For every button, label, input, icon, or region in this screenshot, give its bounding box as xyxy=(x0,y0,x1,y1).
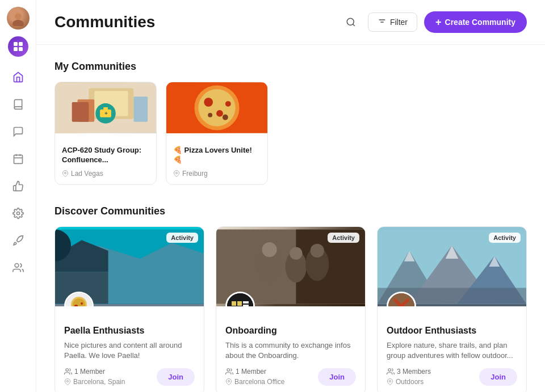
svg-text:+: + xyxy=(104,110,108,116)
paella-activity-badge: Activity xyxy=(166,233,198,243)
paella-card-title: Paella Enthusiasts xyxy=(64,326,195,336)
outdoor-card-footer: 3 Members Outdoors Joi xyxy=(387,368,517,386)
sidebar-item-home[interactable] xyxy=(7,66,30,88)
svg-line-13 xyxy=(353,24,354,26)
svg-point-0 xyxy=(15,13,22,20)
members-icon xyxy=(387,368,395,376)
outdoor-card-title: Outdoor Enthusiasts xyxy=(387,326,517,336)
paella-enthusiasts-card[interactable]: Activity xyxy=(54,226,204,392)
paella-location-text: Barcelona, Spain xyxy=(73,378,125,386)
app-logo xyxy=(8,36,28,57)
paella-card-image: Activity xyxy=(55,227,204,306)
outdoor-location: Outdoors xyxy=(387,378,431,386)
onboarding-activity-badge: Activity xyxy=(328,233,359,243)
svg-rect-5 xyxy=(19,47,23,51)
svg-point-34 xyxy=(208,113,212,117)
user-avatar[interactable] xyxy=(7,7,30,29)
page-header: Communities Filter + Create Community xyxy=(36,0,545,45)
svg-rect-62 xyxy=(237,301,242,306)
svg-point-69 xyxy=(228,381,230,382)
paella-join-button[interactable]: Join xyxy=(157,368,195,386)
svg-point-1 xyxy=(12,20,24,26)
create-icon: + xyxy=(435,17,442,27)
main-content: Communities Filter + Create Community xyxy=(36,0,545,392)
onboarding-members-text: 1 Member xyxy=(236,368,266,376)
my-communities-grid: + ACP-620 Study Group: Confluence... Lad… xyxy=(54,82,527,185)
location-icon xyxy=(64,378,71,385)
sidebar xyxy=(0,0,36,392)
svg-rect-22 xyxy=(133,96,148,122)
sidebar-item-people[interactable] xyxy=(7,256,30,279)
onboarding-card-footer: 1 Member Barcelona Office xyxy=(225,368,356,386)
onboarding-join-button[interactable]: Join xyxy=(318,368,356,386)
svg-rect-61 xyxy=(232,301,236,306)
acp-card-location: Lad Vegas xyxy=(62,170,149,178)
my-communities-section: My Communities xyxy=(54,61,527,185)
outdoor-card-meta: 3 Members Outdoors xyxy=(387,368,431,386)
acp-card-title: ACP-620 Study Group: Confluence... xyxy=(62,146,149,165)
svg-point-47 xyxy=(81,302,83,305)
filter-button[interactable]: Filter xyxy=(368,12,417,32)
pizza-card-body: 🍕 Pizza Lovers Unite! 🍕 Freiburg xyxy=(166,133,267,184)
paella-location: Barcelona, Spain xyxy=(64,378,125,386)
outdoor-members-text: 3 Members xyxy=(397,368,431,376)
onboarding-location-text: Barcelona Office xyxy=(234,378,285,386)
outdoor-card-body: Outdoor Enthusiasts Explore nature, shar… xyxy=(378,306,526,392)
paella-members: 1 Member xyxy=(64,368,125,376)
sidebar-item-likes[interactable] xyxy=(7,175,30,197)
outdoor-join-button[interactable]: Join xyxy=(479,368,517,386)
svg-point-59 xyxy=(311,244,324,258)
sidebar-item-library[interactable] xyxy=(7,93,30,116)
svg-point-50 xyxy=(67,381,69,382)
outdoor-location-text: Outdoors xyxy=(396,378,424,386)
location-icon xyxy=(173,170,180,177)
sidebar-item-messages[interactable] xyxy=(7,120,30,143)
outdoor-members: 3 Members xyxy=(387,368,431,376)
svg-rect-6 xyxy=(14,155,22,163)
outdoor-activity-badge: Activity xyxy=(489,233,521,243)
page-title: Communities xyxy=(54,13,341,31)
svg-point-31 xyxy=(204,98,213,107)
sidebar-item-calendar[interactable] xyxy=(7,147,30,170)
svg-rect-66 xyxy=(243,305,249,306)
paella-card-meta: 1 Member Barcelona, Spain xyxy=(64,368,125,386)
location-icon xyxy=(225,378,232,385)
discover-communities-section: Discover Communities Activity xyxy=(54,205,527,392)
svg-point-82 xyxy=(389,381,391,382)
acp-620-card[interactable]: + ACP-620 Study Group: Confluence... Lad… xyxy=(54,82,157,185)
discover-communities-grid: Activity xyxy=(54,226,527,392)
sidebar-item-rocket[interactable] xyxy=(7,229,30,252)
create-community-button[interactable]: + Create Community xyxy=(424,11,527,33)
svg-point-33 xyxy=(225,101,231,107)
onboarding-card[interactable]: Activity xyxy=(216,226,366,392)
svg-point-11 xyxy=(15,264,19,268)
acp-card-body: ACP-620 Study Group: Confluence... Lad V… xyxy=(55,133,156,184)
onboarding-card-title: Onboarding xyxy=(225,326,356,336)
paella-card-body: Paella Enthusiasts Nice pictures and con… xyxy=(55,306,204,392)
svg-point-35 xyxy=(223,115,228,120)
acp-location-text: Lad Vegas xyxy=(71,170,103,178)
svg-rect-2 xyxy=(14,42,18,46)
svg-point-12 xyxy=(347,18,354,25)
paella-card-desc: Nice pictures and content all around Pae… xyxy=(64,340,195,361)
pizza-card-title: 🍕 Pizza Lovers Unite! 🍕 xyxy=(173,146,261,165)
svg-point-27 xyxy=(65,172,66,174)
outdoor-card-desc: Explore nature, share trails, and plan g… xyxy=(387,340,517,361)
svg-point-57 xyxy=(290,247,302,259)
svg-point-68 xyxy=(227,369,230,372)
members-icon xyxy=(64,368,72,376)
outdoor-enthusiasts-card[interactable]: Activity xyxy=(377,226,527,392)
sidebar-item-settings[interactable] xyxy=(7,202,30,225)
svg-point-36 xyxy=(176,172,178,174)
pizza-card-location: Freiburg xyxy=(173,170,261,178)
my-communities-title: My Communities xyxy=(54,61,527,73)
search-button[interactable] xyxy=(341,12,361,32)
onboarding-card-meta: 1 Member Barcelona Office xyxy=(225,368,285,386)
filter-label: Filter xyxy=(390,18,408,27)
header-actions: Filter + Create Community xyxy=(341,11,527,33)
location-icon xyxy=(62,170,69,177)
onboarding-card-desc: This is a community to exchange infos ab… xyxy=(225,340,356,361)
svg-rect-3 xyxy=(19,42,23,46)
onboarding-location: Barcelona Office xyxy=(225,378,285,386)
pizza-lovers-card[interactable]: 🍕 Pizza Lovers Unite! 🍕 Freiburg xyxy=(166,82,268,185)
